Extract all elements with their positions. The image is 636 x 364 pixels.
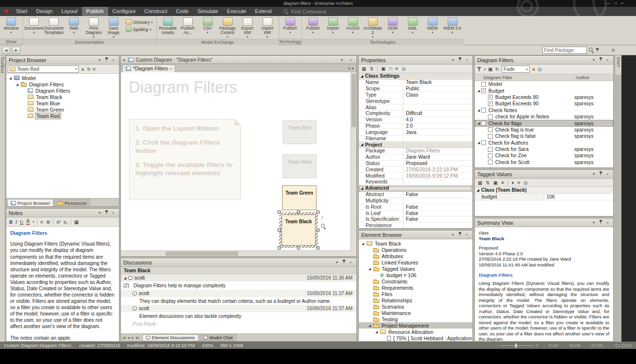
chevron-right-icon[interactable]: » xyxy=(123,57,126,63)
package-control-button[interactable]: Package Control▾ xyxy=(218,17,237,39)
horizontal-scrollbar[interactable] xyxy=(121,250,351,256)
more-icon[interactable]: ≡ xyxy=(518,180,520,185)
close-icon[interactable]: × xyxy=(604,58,611,62)
property-row[interactable]: Multiplicity xyxy=(359,198,472,204)
find-package-input[interactable] xyxy=(542,47,587,54)
pin-icon[interactable] xyxy=(597,220,604,225)
tab-design[interactable]: Design xyxy=(32,7,57,16)
eb-item[interactable]: Constraints xyxy=(359,278,472,284)
eb-item-allocation-detail[interactable]: [ 75% ] Scott Hebbard : Application Anal… xyxy=(359,335,472,341)
discussion-thread-header[interactable]: ◢ scott 15/09/2016 11:36 AM xyxy=(121,274,356,281)
element-team-red[interactable]: Team Red xyxy=(283,120,317,144)
help-icon[interactable]: ◎ xyxy=(524,180,528,185)
property-row[interactable]: Persistence xyxy=(359,223,472,228)
document-button[interactable]: Document▾ xyxy=(24,17,44,34)
scroll-tabs-left-icon[interactable]: ◂ xyxy=(348,66,350,70)
sort-icon[interactable]: ⇅ xyxy=(369,66,373,71)
niem3-button[interactable]: NIEM 3.0▾ xyxy=(443,17,462,34)
chevron-down-icon[interactable]: ▾ xyxy=(512,180,514,185)
reusable-assets-button[interactable]: Reusable Assets xyxy=(158,17,178,35)
delete-filter-icon[interactable]: × xyxy=(532,66,535,72)
zoom-slider-thumb[interactable] xyxy=(515,344,517,347)
filter-effect-select[interactable]: Fade▾ xyxy=(502,66,530,73)
panel-menu-icon[interactable]: ▾ xyxy=(96,58,103,62)
maximize-button[interactable]: □ xyxy=(614,0,617,7)
tab-model-chat[interactable]: Model Chat xyxy=(200,334,237,341)
next-page-icon[interactable]: ▸ xyxy=(132,336,134,340)
help-icon[interactable]: ◎ xyxy=(538,66,542,72)
checkbox[interactable] xyxy=(488,127,493,132)
checkbox[interactable] xyxy=(481,82,486,87)
filter-row-selected[interactable]: ◢Check for flagssparxsys xyxy=(475,120,613,126)
find-command[interactable]: Find Command... xyxy=(284,7,330,16)
element-team-black-selected[interactable]: Team Black xyxy=(279,212,318,248)
chevron-down-icon[interactable]: ▾ xyxy=(33,220,34,224)
checkbox[interactable] xyxy=(488,115,493,119)
eb-item[interactable]: Maintenance xyxy=(359,310,472,316)
numbered-list-button[interactable]: ≣ xyxy=(46,219,50,225)
notes-content[interactable]: Diagram Filters Using Diagram Filters (D… xyxy=(6,227,119,341)
document-templates-button[interactable]: Document Templates xyxy=(44,17,64,35)
zoom-slider[interactable]: −+ xyxy=(496,343,538,348)
scroll-tabs-right-icon[interactable]: ▸ xyxy=(352,66,354,70)
bold-button[interactable]: B xyxy=(9,219,13,225)
tree-item-diagram[interactable]: Diagram Filters xyxy=(6,87,119,94)
close-icon[interactable]: × xyxy=(347,260,354,265)
expand-icon[interactable]: ▣ xyxy=(381,66,385,71)
filter-row[interactable]: Budget Exceeds 80sparxsys xyxy=(475,94,613,100)
close-icon[interactable]: × xyxy=(463,232,470,237)
filter-row[interactable]: Check for Scottsparxsys xyxy=(475,159,613,165)
property-row[interactable]: Stereotype xyxy=(359,98,472,104)
panel-menu-icon[interactable]: ▾ xyxy=(590,172,597,176)
up-arrow-icon[interactable]: ▲ xyxy=(81,66,85,71)
filter-row[interactable]: Check for Sarasparxsys xyxy=(475,146,613,152)
zoom-element-icon[interactable] xyxy=(321,224,326,229)
collapse-icon[interactable]: ◢ xyxy=(124,276,126,280)
filter-row[interactable]: Check for Zoesparxsys xyxy=(475,152,613,159)
eb-item-tagged-value[interactable]: budget = 106 xyxy=(359,272,472,278)
refresh-icon[interactable]: ↻ xyxy=(87,66,91,72)
tagged-value-row[interactable]: budget 106 xyxy=(475,194,613,200)
close-button[interactable]: × xyxy=(621,0,623,7)
window-button[interactable]: Window▾ xyxy=(1,17,21,34)
toolbox-edge-tab[interactable]: Toolbox xyxy=(0,55,5,342)
checkbox[interactable] xyxy=(488,153,493,158)
publish-button[interactable]: Publish▾ xyxy=(303,17,323,34)
filter-row[interactable]: Check flag is truesparxsys xyxy=(475,127,613,133)
property-row[interactable]: Modified19/08/2016 9:09:12 PM xyxy=(359,173,472,179)
first-page-icon[interactable]: |◂ xyxy=(123,336,125,340)
save-image-button[interactable]: Save Image▾ xyxy=(104,17,123,39)
resize-handle[interactable] xyxy=(317,211,319,214)
tab-layout[interactable]: Layout xyxy=(57,7,82,16)
superscript-button[interactable]: x² xyxy=(56,219,60,225)
checkbox[interactable] xyxy=(488,160,493,165)
tab-configure[interactable]: Configure xyxy=(108,7,140,16)
last-page-icon[interactable]: ▸| xyxy=(136,336,138,340)
filter-row[interactable]: ◢Check for Authors xyxy=(475,140,613,146)
eb-item[interactable]: Files xyxy=(359,291,472,297)
checkbox[interactable] xyxy=(488,134,493,139)
property-row[interactable]: Is LeafFalse xyxy=(359,210,472,216)
discussion-reply-text[interactable]: They can display elements that match cer… xyxy=(121,297,356,305)
pin-icon[interactable] xyxy=(340,260,347,265)
diagram-tab[interactable]: *Diagram Filters × xyxy=(122,65,175,72)
discussion-reply-text[interactable]: Element discussions can also tackle comp… xyxy=(121,312,356,320)
tab-resources[interactable]: Resources xyxy=(54,199,90,206)
close-icon[interactable]: × xyxy=(348,58,354,62)
start-edge-tab[interactable]: Start xyxy=(615,55,621,75)
tree-item-team-green[interactable]: Team Green xyxy=(6,106,119,113)
tab-execute[interactable]: Execute xyxy=(222,7,251,16)
root-package-selector[interactable]: Team Red▾ xyxy=(8,66,79,73)
post-reply-link[interactable]: Post Reply xyxy=(121,320,356,328)
property-row[interactable]: Keywords xyxy=(359,179,472,185)
prev-page-icon[interactable]: ◂ xyxy=(128,336,130,340)
pin-icon[interactable] xyxy=(456,232,463,237)
minimize-button[interactable]: — xyxy=(606,0,610,7)
resize-handle[interactable] xyxy=(278,211,281,214)
property-row[interactable]: LanguageJava xyxy=(359,129,472,135)
list-icon[interactable]: ▣ xyxy=(488,66,492,72)
element-team-blue[interactable]: Team Blue xyxy=(283,154,317,178)
checkbox[interactable] xyxy=(481,140,486,145)
filter-row[interactable]: Model xyxy=(475,81,613,87)
filter-row[interactable]: ◢Budget xyxy=(475,87,613,94)
